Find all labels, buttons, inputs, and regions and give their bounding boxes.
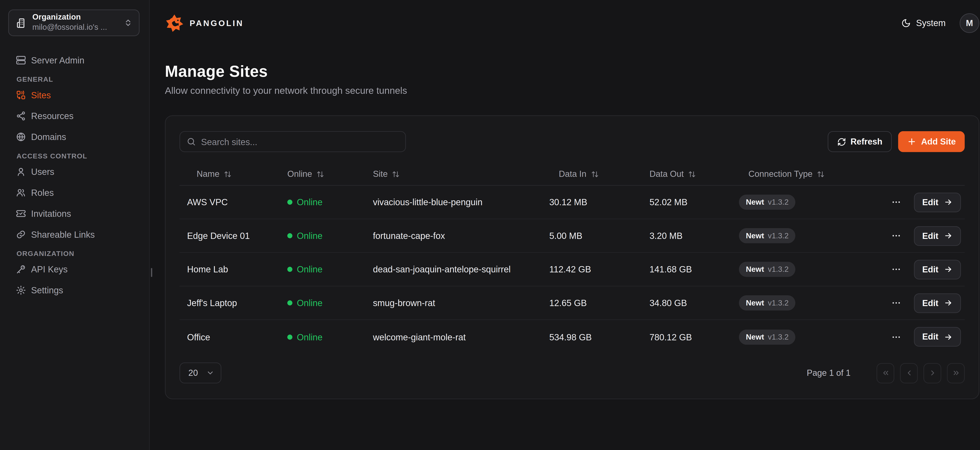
sort-icon <box>591 170 598 178</box>
ticket-check-icon <box>16 209 26 219</box>
row-menu-button[interactable] <box>891 229 901 242</box>
sidebar-item-sites[interactable]: Sites <box>10 87 139 103</box>
user-avatar[interactable]: M <box>959 13 979 33</box>
sort-icon <box>392 170 400 178</box>
row-menu-button[interactable] <box>891 196 901 209</box>
arrow-right-icon <box>943 231 952 240</box>
edit-button[interactable]: Edit <box>914 226 961 246</box>
column-header-connection-type[interactable]: Connection Type <box>731 169 891 179</box>
data-out-value: 3.20 MB <box>642 231 731 241</box>
online-dot-icon <box>287 200 293 204</box>
globe-icon <box>16 132 26 142</box>
search-input[interactable] <box>201 136 399 147</box>
sidebar-item-shareable-links[interactable]: Shareable Links <box>10 227 139 242</box>
online-dot-icon <box>287 300 293 306</box>
sites-table: Name Online Site Data In <box>180 163 965 354</box>
add-site-button[interactable]: Add Site <box>898 131 965 152</box>
data-in-value: 12.65 GB <box>542 298 642 308</box>
status-cell: Online <box>280 298 365 308</box>
page-size-select[interactable]: 20 <box>180 363 221 383</box>
data-in-value: 30.12 MB <box>542 197 642 207</box>
sidebar-item-label: Sites <box>31 90 51 100</box>
table-header-row: Name Online Site Data In <box>180 163 965 185</box>
table-row: Jeff's Laptop Online smug-brown-rat 12.6… <box>180 287 965 320</box>
connection-badge: Newt v1.3.2 <box>739 295 795 311</box>
row-menu-button[interactable] <box>891 296 901 309</box>
site-slug: smug-brown-rat <box>365 298 542 308</box>
column-header-name[interactable]: Name <box>180 169 280 179</box>
status-label: Online <box>297 231 323 241</box>
server-icon <box>16 55 26 65</box>
ellipsis-icon <box>891 197 901 207</box>
column-header-data-in[interactable]: Data In <box>542 169 642 179</box>
sidebar-item-label: Shareable Links <box>31 229 95 239</box>
ellipsis-icon <box>891 231 901 241</box>
sort-icon <box>817 170 824 178</box>
status-label: Online <box>297 332 323 342</box>
sidebar-item-invitations[interactable]: Invitations <box>10 206 139 221</box>
ellipsis-icon <box>891 298 901 308</box>
sidebar: Organization milo@fossorial.io's ... Ser… <box>0 0 150 450</box>
sidebar-item-settings[interactable]: Settings <box>10 282 139 298</box>
first-page-button[interactable] <box>877 363 894 383</box>
column-header-online[interactable]: Online <box>280 169 365 179</box>
row-menu-button[interactable] <box>891 263 901 276</box>
data-in-value: 5.00 MB <box>542 231 642 241</box>
edit-button[interactable]: Edit <box>914 192 961 212</box>
data-out-value: 141.68 GB <box>642 264 731 274</box>
column-header-data-out[interactable]: Data Out <box>642 169 731 179</box>
org-switcher[interactable]: Organization milo@fossorial.io's ... <box>8 10 140 36</box>
page-title: Manage Sites <box>165 62 979 81</box>
sidebar-item-resources[interactable]: Resources <box>10 108 139 124</box>
sidebar-item-label: Server Admin <box>31 55 84 65</box>
chevrons-up-down-icon <box>124 18 132 27</box>
chevron-left-icon <box>905 369 913 377</box>
theme-toggle[interactable]: System <box>901 18 946 28</box>
page-subtitle: Allow connectivity to your network throu… <box>165 85 979 96</box>
sidebar-resize-handle[interactable] <box>151 268 152 277</box>
prev-page-button[interactable] <box>900 363 918 383</box>
link-icon <box>16 229 26 239</box>
sidebar-section-organization: ORGANIZATION <box>10 250 139 257</box>
sidebar-item-label: Settings <box>31 285 63 295</box>
sidebar-item-label: Users <box>31 166 54 177</box>
refresh-button[interactable]: Refresh <box>828 131 892 152</box>
search-icon <box>186 137 196 146</box>
brand-logo[interactable]: PANGOLIN <box>165 13 243 32</box>
sort-icon <box>224 170 231 178</box>
data-out-value: 780.12 GB <box>642 332 731 342</box>
chevrons-left-icon <box>881 369 889 377</box>
last-page-button[interactable] <box>947 363 965 383</box>
sidebar-item-server-admin[interactable]: Server Admin <box>10 53 139 68</box>
avatar-initial: M <box>966 18 973 28</box>
chevron-right-icon <box>928 369 937 377</box>
site-name: AWS VPC <box>180 197 280 207</box>
sort-icon <box>317 170 324 178</box>
connection-badge: Newt v1.3.2 <box>739 228 795 243</box>
next-page-button[interactable] <box>924 363 942 383</box>
user-icon <box>16 166 26 177</box>
status-cell: Online <box>280 332 365 342</box>
sidebar-item-users[interactable]: Users <box>10 164 139 179</box>
online-dot-icon <box>287 334 293 339</box>
status-label: Online <box>297 264 323 274</box>
sidebar-item-roles[interactable]: Roles <box>10 185 139 200</box>
edit-button[interactable]: Edit <box>914 327 961 347</box>
pagination-bar: 20 Page 1 of 1 <box>180 363 965 383</box>
sites-icon <box>16 90 26 100</box>
site-name: Home Lab <box>180 264 280 274</box>
data-out-value: 34.80 GB <box>642 298 731 308</box>
row-menu-button[interactable] <box>891 331 901 343</box>
edit-button[interactable]: Edit <box>914 260 961 279</box>
chevron-down-icon <box>206 369 215 377</box>
column-header-site[interactable]: Site <box>365 169 542 179</box>
app-window: Organization milo@fossorial.io's ... Ser… <box>0 0 980 450</box>
sites-card: Refresh Add Site Name <box>165 115 979 399</box>
sidebar-item-domains[interactable]: Domains <box>10 129 139 144</box>
edit-button[interactable]: Edit <box>914 293 961 313</box>
brand-wordmark: PANGOLIN <box>190 18 244 28</box>
arrow-right-icon <box>943 298 952 307</box>
sidebar-item-api-keys[interactable]: API Keys <box>10 261 139 277</box>
org-switcher-current: milo@fossorial.io's ... <box>32 23 118 33</box>
site-slug: dead-san-joaquin-antelope-squirrel <box>365 264 542 274</box>
